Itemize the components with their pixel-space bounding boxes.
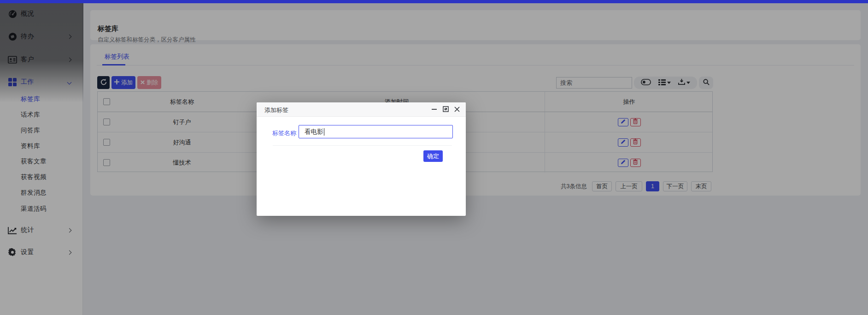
minimize-button[interactable] [431,107,437,113]
add-tag-modal: 添加标签 标签名称 看电影 确定 [257,102,466,216]
tag-name-label: 标签名称 [272,129,297,137]
close-button[interactable] [454,107,460,113]
minimize-icon [431,106,437,114]
modal-divider [273,145,452,146]
tag-name-input[interactable]: 看电影 [299,125,453,138]
close-icon [454,106,460,114]
text-cursor [324,128,324,136]
maximize-button[interactable] [442,107,449,113]
progress-bar [0,0,868,3]
confirm-button[interactable]: 确定 [423,150,443,162]
app-window: 概况待办客户工作标签库话术库问答库资料库获客文章获客视频群发消息渠道活码统计设置… [0,0,868,315]
maximize-icon [443,106,449,114]
modal-header[interactable]: 添加标签 [257,102,466,117]
modal-title: 添加标签 [264,106,288,114]
tag-name-input-value: 看电影 [305,128,323,136]
